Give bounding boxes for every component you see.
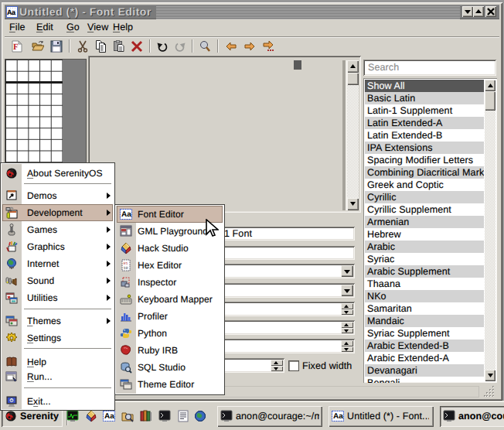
svg-text:Aa: Aa — [104, 412, 114, 421]
svg-text:F: F — [13, 43, 19, 52]
svg-text:Aa: Aa — [121, 210, 131, 219]
svg-text:Aa: Aa — [333, 412, 343, 421]
svg-text:10: 10 — [124, 266, 128, 271]
